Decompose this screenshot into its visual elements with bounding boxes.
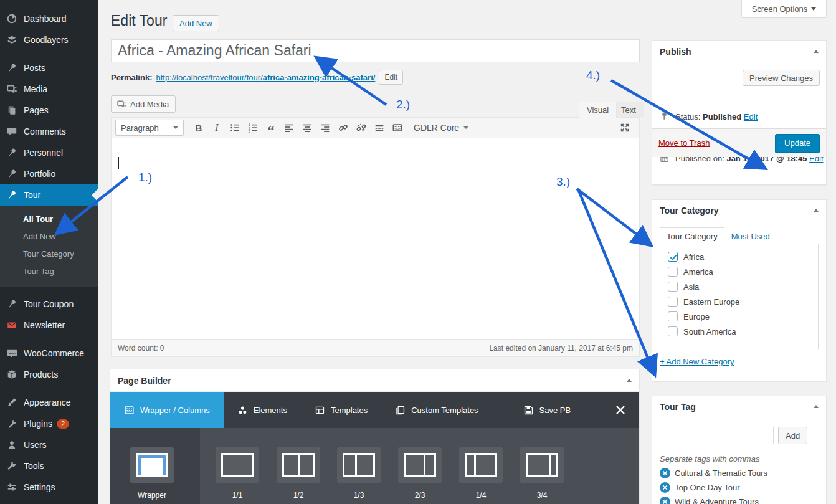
move-to-trash-link[interactable]: Move to Trash <box>658 138 710 148</box>
tour-category-header[interactable]: Tour Category <box>652 200 826 221</box>
pb-tab-label: Custom Templates <box>411 406 478 415</box>
submenu-item-tour-category[interactable]: Tour Category <box>0 245 98 263</box>
pb-tile-1-4[interactable] <box>459 447 503 483</box>
tour-tag-header[interactable]: Tour Tag <box>652 396 826 417</box>
category-item-africa[interactable]: Africa <box>668 252 818 262</box>
sidebar-item-woocommerce[interactable]: woo WooCommerce <box>0 343 98 364</box>
tour-category-title: Tour Category <box>660 206 719 216</box>
align-left-button[interactable] <box>281 120 297 136</box>
unlink-button[interactable] <box>353 120 369 136</box>
pb-tile-3-4[interactable] <box>520 447 564 483</box>
sidebar-item-portfolio[interactable]: Portfolio <box>0 163 98 184</box>
checkbox-icon[interactable] <box>668 282 678 292</box>
bold-button[interactable]: B <box>191 120 207 136</box>
tab-tour-category[interactable]: Tour Category <box>660 227 724 246</box>
checkbox-icon[interactable] <box>668 297 678 307</box>
sidebar-item-dashboard[interactable]: Dashboard <box>0 8 98 29</box>
sidebar-item-label: Settings <box>24 482 55 492</box>
link-button[interactable] <box>335 120 351 136</box>
tab-visual[interactable]: Visual <box>579 102 617 118</box>
chevron-down-icon <box>173 126 178 129</box>
toolbar-toggle-button[interactable] <box>389 120 406 136</box>
add-media-button[interactable]: Add Media <box>111 95 176 113</box>
pb-tab-wrapper-columns[interactable]: Wrapper / Columns <box>110 392 224 428</box>
update-button[interactable]: Update <box>775 134 820 153</box>
pb-tab-templates[interactable]: Templates <box>301 392 381 428</box>
sidebar-item-products[interactable]: Products <box>0 364 98 385</box>
sidebar-item-tour[interactable]: Tour <box>0 184 98 206</box>
category-item-asia[interactable]: Asia <box>668 282 818 292</box>
paragraph-select[interactable]: Paragraph <box>115 120 184 136</box>
page-builder-nav: Wrapper / Columns Elements Templates Cus… <box>110 392 639 428</box>
add-new-button[interactable]: Add New <box>173 15 219 31</box>
permalink-link[interactable]: http://localhost/traveltour/tour/africa-… <box>156 73 375 82</box>
pb-tab-custom-templates[interactable]: Custom Templates <box>381 392 492 428</box>
sidebar-item-label: Newsletter <box>24 320 65 330</box>
bullet-list-button[interactable] <box>227 120 243 136</box>
close-icon[interactable] <box>602 392 639 428</box>
collapse-toggle-icon[interactable] <box>814 209 819 212</box>
column-thumbnail-icon <box>282 453 315 477</box>
checkbox-checked-icon[interactable] <box>668 252 678 262</box>
gdlr-core-dropdown[interactable]: GDLR Core <box>414 123 468 133</box>
sidebar-item-posts[interactable]: Posts <box>0 57 98 78</box>
pb-tile-2-3[interactable] <box>398 447 442 483</box>
submenu-item-all-tour[interactable]: All Tour <box>0 211 98 228</box>
pb-tile-1-3[interactable] <box>337 447 381 483</box>
sidebar-item-pages[interactable]: Pages <box>0 100 98 121</box>
category-item-south-america[interactable]: South America <box>668 326 818 336</box>
fullscreen-icon[interactable] <box>617 120 633 136</box>
pb-tile-1-1[interactable] <box>216 447 259 483</box>
pb-tab-elements[interactable]: Elements <box>224 392 301 428</box>
editor-content-area[interactable] <box>111 138 640 340</box>
submenu-item-tour-tag[interactable]: Tour Tag <box>0 263 98 280</box>
blockquote-button[interactable]: “ <box>263 120 279 136</box>
permalink-edit-button[interactable]: Edit <box>379 70 403 85</box>
sidebar-item-plugins[interactable]: Plugins 2 <box>0 413 98 434</box>
sidebar-item-users[interactable]: Users <box>0 434 98 455</box>
sidebar-item-newsletter[interactable]: Newsletter <box>0 315 98 336</box>
collapse-toggle-icon[interactable] <box>814 405 819 408</box>
remove-tag-icon[interactable] <box>660 468 670 478</box>
read-more-button[interactable] <box>371 120 387 136</box>
checkbox-icon[interactable] <box>668 267 678 277</box>
tab-most-used[interactable]: Most Used <box>724 227 777 245</box>
screen-options-tab[interactable]: Screen Options <box>741 0 827 18</box>
pb-tile-1-2[interactable] <box>277 447 320 483</box>
checkbox-icon[interactable] <box>668 326 678 336</box>
pb-tile-wrapper[interactable] <box>130 447 174 483</box>
sidebar-item-personnel[interactable]: Personnel <box>0 142 98 163</box>
preview-changes-button[interactable]: Preview Changes <box>743 70 820 86</box>
sidebar-item-goodlayers[interactable]: Goodlayers <box>0 29 98 50</box>
status-edit-link[interactable]: Edit <box>744 112 758 121</box>
pin-icon <box>6 62 18 74</box>
category-item-europe[interactable]: Europe <box>668 311 818 321</box>
publish-header[interactable]: Publish <box>652 41 826 62</box>
tour-tag-box: Tour Tag Add Separate tags with commas C… <box>652 396 827 504</box>
italic-button[interactable]: I <box>209 120 225 136</box>
remove-tag-icon[interactable] <box>660 497 670 504</box>
align-center-button[interactable] <box>299 120 315 136</box>
submenu-item-add-new[interactable]: Add New <box>0 228 98 245</box>
sidebar-item-media[interactable]: Media <box>0 78 98 100</box>
numbered-list-button[interactable]: 123 <box>245 120 261 136</box>
collapse-toggle-icon[interactable] <box>627 379 632 382</box>
category-item-eastern-europe[interactable]: Eastern Europe <box>668 297 818 307</box>
tag-add-button[interactable]: Add <box>778 427 807 444</box>
remove-tag-icon[interactable] <box>660 482 670 493</box>
tour-title-input[interactable] <box>111 39 640 62</box>
sidebar-item-comments[interactable]: Comments <box>0 121 98 142</box>
tag-input[interactable] <box>660 427 774 444</box>
sidebar-item-tour-coupon[interactable]: Tour Coupon <box>0 293 98 315</box>
align-right-button[interactable] <box>317 120 333 136</box>
page-builder-header[interactable]: Page Builder <box>110 369 639 392</box>
category-item-america[interactable]: America <box>668 267 818 277</box>
sidebar-item-settings[interactable]: Settings <box>0 477 98 498</box>
sidebar-item-tools[interactable]: Tools <box>0 455 98 477</box>
add-new-category-link[interactable]: + Add New Category <box>660 357 734 366</box>
collapse-toggle-icon[interactable] <box>814 50 819 53</box>
checkbox-icon[interactable] <box>668 311 678 321</box>
pb-tab-save[interactable]: Save PB <box>510 392 585 428</box>
sidebar-item-appearance[interactable]: Appearance <box>0 392 98 413</box>
tab-text[interactable]: Text <box>613 102 644 117</box>
